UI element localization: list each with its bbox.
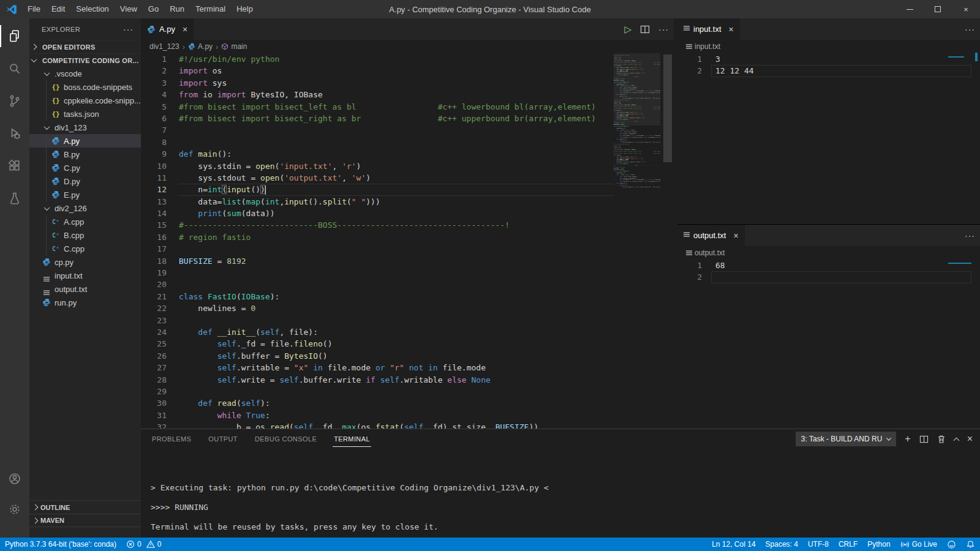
outline-section[interactable]: OUTLINE [29,500,141,514]
cursor-position-status[interactable]: Ln 12, Col 14 [707,538,760,551]
code-line-16[interactable]: 16# region fastio [141,231,674,243]
workspace-section-header[interactable]: COMPETITIVE CODING OR... [29,53,141,67]
panel-tab-debug-console[interactable]: DEBUG CONSOLE [254,432,318,447]
code-line-8[interactable]: 8 [141,137,674,148]
open-editors-section[interactable]: OPEN EDITORS [29,40,141,53]
explorer-more-actions-icon[interactable]: ··· [123,24,134,34]
language-mode-status[interactable]: Python [862,538,895,551]
tree-item-div2-126[interactable]: div2_126 [29,201,141,215]
code-line-29[interactable]: 29 [141,386,674,397]
close-tab-icon[interactable]: × [733,231,738,241]
tree-item-cp-py[interactable]: cp.py [29,255,141,269]
tree-item-div1-123[interactable]: div1_123 [29,121,141,134]
problems-status[interactable]: 0 0 [121,538,166,551]
breadcrumb-file[interactable]: A.py [188,42,213,51]
code-editor[interactable]: 1#!/usr/bin/env python2import os3import … [141,53,674,429]
maven-section[interactable]: MAVEN [29,514,141,527]
menu-edit[interactable]: Edit [46,0,70,18]
pane-line-2[interactable]: 2 [677,271,980,283]
minimap[interactable]: #!/usr/bin/env pythonimport osimport sys… [614,54,660,422]
tree-item-output-txt[interactable]: output.txt [29,282,141,296]
tree-item-input-txt[interactable]: input.txt [29,269,141,282]
output-code-lines[interactable]: 1682 [677,260,980,283]
code-line-14[interactable]: 14 print(sum(data)) [141,208,674,219]
new-terminal-button[interactable]: + [905,433,910,444]
tree-item-tasks-json[interactable]: {}tasks.json [29,107,141,121]
kill-terminal-button[interactable] [937,435,946,444]
tree-item--vscode[interactable]: .vscode [29,67,141,80]
feedback-button[interactable] [942,538,961,551]
tab-a-py[interactable]: A.py × [141,18,194,40]
code-line-17[interactable]: 17 [141,243,674,255]
go-live-button[interactable]: Go Live [895,538,942,551]
code-line-19[interactable]: 19 [141,267,674,279]
sidebar-item-search[interactable] [0,54,29,83]
panel-tab-terminal[interactable]: TERMINAL [333,432,371,447]
code-line-5[interactable]: 5#from bisect import bisect_left as bl #… [141,101,674,113]
encoding-status[interactable]: UTF-8 [803,538,834,551]
editor-scrollbar-thumb[interactable] [663,54,672,162]
code-line-30[interactable]: 30 def read(self): [141,397,674,409]
menu-help[interactable]: Help [231,0,258,18]
menu-run[interactable]: Run [164,0,190,18]
account-button[interactable] [0,464,29,493]
panel-tab-output[interactable]: OUTPUT [207,432,239,447]
eol-status[interactable]: CRLF [834,538,862,551]
tree-item-b-py[interactable]: B.py [29,148,141,161]
maximize-panel-button[interactable] [954,436,959,443]
close-panel-button[interactable]: × [967,433,973,444]
menu-terminal[interactable]: Terminal [190,0,231,18]
sidebar-item-source-control[interactable] [0,86,29,116]
code-line-7[interactable]: 7 [141,124,674,136]
code-line-6[interactable]: 6#from bisect import bisect_right as br … [141,113,674,124]
menu-selection[interactable]: Selection [70,0,114,18]
menu-go[interactable]: Go [143,0,164,18]
terminal-selector-dropdown[interactable]: 3: Task - BUILD AND RU [796,432,896,446]
maximize-button[interactable] [924,0,952,18]
tab-output-txt[interactable]: output.txt × [677,225,745,246]
notifications-button[interactable] [961,538,980,551]
code-line-23[interactable]: 23 [141,315,674,326]
editor-more-actions-icon[interactable]: ··· [965,24,975,34]
code-line-15[interactable]: 15#----------------------------BOSS-----… [141,219,674,231]
tree-item-c-cpp[interactable]: C⁺C.cpp [29,242,141,255]
code-line-32[interactable]: 32 b = os.read(self._fd, max(os.fstat(se… [141,421,674,429]
sidebar-item-explorer[interactable] [0,21,29,51]
settings-button[interactable] [0,495,29,524]
breadcrumb-folder[interactable]: div1_123 [149,42,179,51]
code-line-22[interactable]: 22 newlines = 0 [141,302,674,314]
sidebar-item-extensions[interactable] [0,151,29,181]
code-line-31[interactable]: 31 while True: [141,410,674,421]
code-line-26[interactable]: 26 self.buffer = BytesIO() [141,350,674,362]
code-line-2[interactable]: 2import os [141,65,674,77]
tree-item-c-py[interactable]: C.py [29,161,141,174]
code-line-12[interactable]: 12 n=int(input()) [141,184,674,195]
indentation-status[interactable]: Spaces: 4 [761,538,803,551]
tree-item-a-cpp[interactable]: C⁺A.cpp [29,215,141,228]
pane-line-1[interactable]: 13 [677,53,980,65]
editor-more-actions-icon[interactable]: ··· [658,24,669,34]
code-line-4[interactable]: 4from io import BytesIO, IOBase [141,89,674,100]
code-line-11[interactable]: 11 sys.stdout = open('output.txt', 'w') [141,172,674,184]
split-terminal-button[interactable] [919,435,929,443]
minimize-button[interactable] [895,0,924,18]
sidebar-item-test[interactable] [0,184,29,213]
tree-item-a-py[interactable]: A.py [29,134,141,148]
breadcrumb-file[interactable]: output.txt [686,249,725,257]
pane-line-2[interactable]: 212 12 44 [677,65,980,77]
breadcrumb-symbol[interactable]: main [221,42,247,51]
close-window-button[interactable]: × [952,0,980,18]
pane-line-1[interactable]: 168 [677,260,980,271]
run-file-button[interactable]: ▷ [624,24,631,35]
menu-file[interactable]: File [22,0,46,18]
tree-item-b-cpp[interactable]: C⁺B.cpp [29,228,141,242]
code-line-20[interactable]: 20 [141,279,674,290]
tab-input-txt[interactable]: input.txt × [677,18,740,40]
code-line-18[interactable]: 18BUFSIZE = 8192 [141,255,674,267]
code-line-3[interactable]: 3import sys [141,77,674,89]
breadcrumb-file[interactable]: input.txt [686,42,720,51]
editor-more-actions-icon[interactable]: ··· [965,231,975,241]
menu-view[interactable]: View [115,0,143,18]
panel-tab-problems[interactable]: PROBLEMS [151,432,192,447]
code-line-25[interactable]: 25 self._fd = file.fileno() [141,338,674,350]
